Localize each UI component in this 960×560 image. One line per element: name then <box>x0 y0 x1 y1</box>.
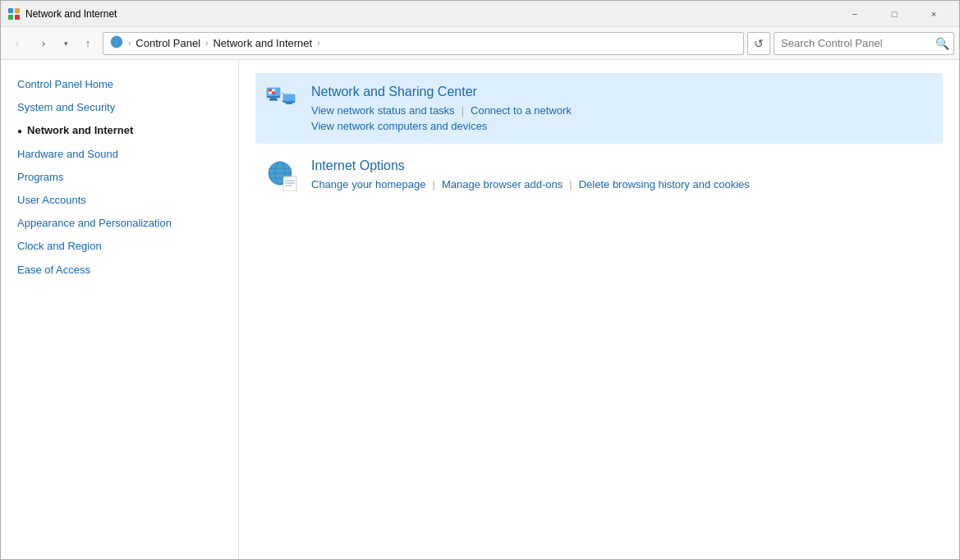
svg-rect-2 <box>8 15 13 20</box>
history-dropdown-button[interactable]: ▾ <box>58 32 73 55</box>
sidebar-item-hardware-and-sound[interactable]: Hardware and Sound <box>1 143 238 166</box>
svg-rect-19 <box>272 90 275 92</box>
back-button[interactable]: ‹ <box>6 32 29 55</box>
internet-options-icon <box>265 158 298 191</box>
minimize-button[interactable]: − <box>836 1 874 27</box>
sidebar-item-clock-and-region[interactable]: Clock and Region <box>1 235 238 258</box>
sidebar-item-user-accounts[interactable]: User Accounts <box>1 189 238 212</box>
network-sharing-center-title[interactable]: Network and Sharing Center <box>311 85 933 99</box>
search-button[interactable]: 🔍 <box>930 32 953 55</box>
internet-options-card: Internet Options Change your homepage | … <box>255 147 943 203</box>
sidebar-item-ease-of-access[interactable]: Ease of Access <box>1 259 238 282</box>
window-title: Network and Internet <box>25 8 836 20</box>
refresh-button[interactable]: ↺ <box>747 32 770 55</box>
breadcrumb-network-internet[interactable]: Network and Internet <box>213 37 312 49</box>
view-network-status-link[interactable]: View network status and tasks <box>311 104 455 117</box>
network-sharing-center-links: View network status and tasks | Connect … <box>311 104 933 132</box>
network-sharing-center-card: Network and Sharing Center View network … <box>255 73 943 144</box>
svg-rect-11 <box>270 98 277 99</box>
delete-browsing-history-link[interactable]: Delete browsing history and cookies <box>579 178 750 190</box>
address-bar: ‹ › ▾ ↑ › Control Panel › Network and In… <box>1 27 959 60</box>
svg-rect-12 <box>269 99 278 101</box>
view-network-computers-link[interactable]: View network computers and devices <box>311 120 487 132</box>
main-layout: Control Panel Home System and Security ●… <box>1 60 959 560</box>
network-sharing-center-info: Network and Sharing Center View network … <box>311 85 933 132</box>
network-sharing-center-icon <box>265 85 298 117</box>
forward-button[interactable]: › <box>32 32 55 55</box>
close-button[interactable]: × <box>915 1 953 27</box>
maximize-button[interactable]: □ <box>875 1 913 27</box>
change-homepage-link[interactable]: Change your homepage <box>311 178 426 190</box>
sidebar: Control Panel Home System and Security ●… <box>1 60 239 560</box>
sidebar-item-programs[interactable]: Programs <box>1 166 238 189</box>
search-box: 🔍 <box>774 32 954 55</box>
svg-rect-0 <box>8 8 13 13</box>
svg-rect-3 <box>15 15 20 20</box>
path-separator-1: › <box>128 39 131 48</box>
sidebar-item-appearance-and-personalization[interactable]: Appearance and Personalization <box>1 212 238 235</box>
address-globe-icon <box>110 35 123 51</box>
content-area: Network and Sharing Center View network … <box>239 60 959 560</box>
svg-rect-17 <box>286 103 292 104</box>
internet-options-info: Internet Options Change your homepage | … <box>311 158 933 190</box>
window-icon <box>7 7 21 21</box>
sidebar-item-control-panel-home[interactable]: Control Panel Home <box>1 73 238 96</box>
path-separator-2: › <box>205 39 208 48</box>
svg-rect-27 <box>283 177 296 191</box>
svg-rect-16 <box>283 94 295 101</box>
title-bar: Network and Internet − □ × <box>1 1 959 27</box>
up-button[interactable]: ↑ <box>76 32 99 55</box>
path-separator-3: › <box>317 39 319 48</box>
window-controls: − □ × <box>836 1 953 27</box>
sidebar-item-network-and-internet[interactable]: ● Network and Internet <box>1 119 238 142</box>
svg-rect-18 <box>269 90 272 92</box>
internet-options-title[interactable]: Internet Options <box>311 158 933 173</box>
svg-rect-20 <box>269 92 272 94</box>
connect-to-network-link[interactable]: Connect to a network <box>471 104 572 117</box>
manage-browser-addons-link[interactable]: Manage browser add-ons <box>442 178 563 190</box>
svg-rect-1 <box>15 8 20 13</box>
address-path: › Control Panel › Network and Internet › <box>103 32 744 55</box>
search-input[interactable] <box>774 37 930 49</box>
svg-rect-21 <box>272 92 275 94</box>
sidebar-item-system-and-security[interactable]: System and Security <box>1 96 238 119</box>
breadcrumb-control-panel[interactable]: Control Panel <box>136 37 200 49</box>
internet-options-links: Change your homepage | Manage browser ad… <box>311 178 933 190</box>
